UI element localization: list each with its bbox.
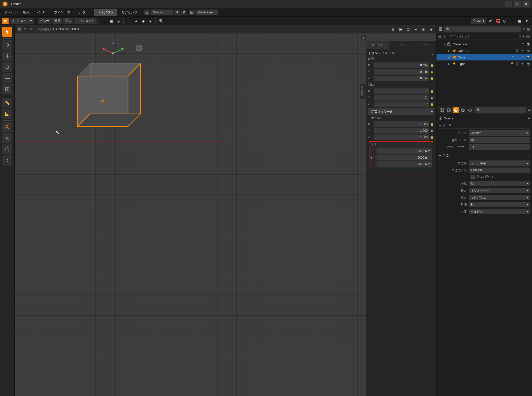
annotate-tool[interactable]: ✏️: [2, 98, 12, 108]
unit-scale-value[interactable]: 1.000000: [469, 168, 530, 173]
proportional-icon[interactable]: ◎: [501, 18, 508, 24]
select-menu[interactable]: 選択: [52, 18, 62, 24]
dim-z-input[interactable]: [377, 161, 432, 167]
camera-toggle[interactable]: 📷: [526, 35, 530, 38]
props-render-icon[interactable]: [439, 107, 445, 113]
scale-y-lock[interactable]: 🔓: [430, 128, 434, 134]
tree-arrow-cube[interactable]: ▶: [448, 56, 451, 59]
minimize-button[interactable]: ─: [505, 1, 512, 7]
scene-header-back[interactable]: ◀: [528, 116, 530, 120]
dim-y-input[interactable]: [377, 155, 432, 160]
tree-cube[interactable]: ▶ Cube ☑ 👁 📷: [436, 54, 532, 60]
tab-layout[interactable]: レイアウト: [94, 9, 117, 16]
mode-dropdown[interactable]: オブジェク... ▾: [10, 18, 34, 24]
outliner-more[interactable]: ⊞: [527, 27, 530, 31]
rot-y-input[interactable]: [374, 95, 429, 101]
pos-x-input[interactable]: [374, 62, 429, 68]
props-search-input[interactable]: [475, 107, 526, 113]
visibility-toggle[interactable]: ☑: [518, 35, 521, 38]
filter-icon[interactable]: ▼: [523, 18, 530, 24]
xray-icon[interactable]: ▣: [516, 18, 522, 24]
pos-y-lock[interactable]: 🔓: [430, 69, 434, 75]
menu-render[interactable]: レンダー: [33, 9, 51, 16]
unit-system-dropdown[interactable]: メートル法 ▾: [469, 160, 530, 166]
scale-x-input[interactable]: [374, 121, 429, 127]
rot-z-lock[interactable]: 🔓: [430, 102, 434, 107]
vp-shading-mat[interactable]: ◉: [420, 26, 427, 32]
camera-eye[interactable]: 👁: [520, 48, 525, 53]
menu-window[interactable]: ウィンドウ: [51, 9, 73, 16]
pos-z-input[interactable]: [374, 76, 429, 81]
vp-shading-wire[interactable]: ◻: [405, 26, 412, 32]
bg-scene-dropdown[interactable]: [469, 137, 530, 143]
rot-y-lock[interactable]: 🔓: [430, 95, 434, 101]
rot-x-lock[interactable]: 🔓: [430, 88, 434, 94]
close-button[interactable]: ✕: [522, 1, 529, 7]
pos-x-lock[interactable]: 🔓: [430, 62, 434, 68]
mass-dropdown[interactable]: キログラム ▾: [469, 195, 530, 200]
snap-icon[interactable]: 🧲: [494, 18, 501, 24]
scale-z-input[interactable]: [374, 135, 429, 140]
length-dropdown[interactable]: ミリメーター ▾: [469, 188, 530, 193]
scale-x-lock[interactable]: 🔓: [430, 121, 434, 127]
light-cam[interactable]: 📷: [526, 61, 530, 66]
global-dropdown[interactable]: グロ...▾: [471, 18, 486, 24]
props-output-icon[interactable]: [446, 107, 452, 113]
outliner-search-input[interactable]: [444, 26, 521, 32]
props-scene-icon[interactable]: [453, 107, 459, 113]
temp-dropdown[interactable]: ケルビン ▾: [469, 209, 530, 214]
box-select-icon[interactable]: ▣: [108, 18, 114, 24]
rot-x-input[interactable]: [374, 88, 429, 94]
rotation-mode-select[interactable]: XYZ オイラー角: [368, 108, 434, 115]
add-object-button[interactable]: +: [136, 45, 142, 51]
object-menu[interactable]: オブジェクト: [74, 18, 97, 24]
tree-camera[interactable]: ▶ Camera ☑ 👁 📷: [436, 47, 532, 54]
rotate-tool[interactable]: [2, 62, 12, 72]
viewport[interactable]: ユーザー・透視投影 (1) Collection | Cube ⊞ ▣ ◻ ● …: [15, 25, 436, 396]
tree-arrow-collection[interactable]: ▼: [443, 43, 446, 46]
add-grease[interactable]: [2, 144, 12, 154]
rendered-icon[interactable]: ◈: [147, 18, 153, 24]
collection-cam[interactable]: 📷: [526, 42, 530, 46]
wireframe-icon[interactable]: ◻: [126, 18, 132, 24]
n-tab-tool[interactable]: ツール: [389, 41, 413, 49]
move-tool[interactable]: [2, 51, 12, 61]
measure-tool[interactable]: 📐: [2, 109, 12, 119]
unit-separate-checkbox[interactable]: [471, 175, 475, 179]
material-icon[interactable]: ◉: [140, 18, 146, 24]
light-eye[interactable]: 👁: [520, 61, 525, 66]
pivot-icon[interactable]: ⟳: [487, 18, 494, 24]
add-tool[interactable]: +: [2, 122, 12, 132]
vp-overlay-icon[interactable]: ⊞: [390, 26, 396, 32]
transform-tool[interactable]: [2, 84, 12, 94]
outliner-filter[interactable]: ▼: [522, 27, 525, 31]
cursor-tool[interactable]: [2, 40, 12, 50]
blenderkit-tab[interactable]: BlenderKit: [360, 84, 366, 99]
scale-tool[interactable]: [2, 73, 12, 83]
props-header-options[interactable]: ◀: [528, 108, 530, 112]
camera-dropdown[interactable]: Camera ✕: [469, 130, 530, 136]
scene-input[interactable]: [151, 10, 173, 15]
collection-eye[interactable]: 👁: [520, 42, 525, 46]
vp-shading-render[interactable]: ◈: [428, 26, 434, 32]
view-menu[interactable]: ビュー: [38, 18, 51, 24]
tree-light[interactable]: ▶ Light ☑ 👁 📷: [436, 60, 532, 67]
menu-file[interactable]: ファイル: [2, 9, 20, 16]
n-tab-view[interactable]: ビュー: [413, 41, 436, 49]
search-icon[interactable]: 🔍: [158, 18, 164, 24]
scene-options[interactable]: ⊕: [174, 10, 180, 15]
n-panel-collapse-btn[interactable]: ◀: [361, 35, 366, 40]
add-menu[interactable]: 追加: [63, 18, 73, 24]
tab-modeling[interactable]: モデリング: [118, 9, 141, 16]
viewport-header-icon[interactable]: [17, 26, 22, 32]
cursor-icon[interactable]: ⊕: [101, 18, 107, 24]
select-tool[interactable]: [2, 27, 12, 37]
menu-edit[interactable]: 編集: [21, 9, 32, 16]
scene-del[interactable]: ✕: [181, 10, 186, 15]
overlay-icon[interactable]: ⊞: [509, 18, 515, 24]
rotation-unit-dropdown[interactable]: 度 ▾: [469, 181, 530, 186]
pos-z-lock[interactable]: 🔓: [430, 76, 434, 81]
props-world-icon[interactable]: [460, 107, 466, 113]
scene-dropdown-icon[interactable]: [144, 10, 150, 15]
n-panel-collapse[interactable]: ◀: [361, 35, 366, 40]
